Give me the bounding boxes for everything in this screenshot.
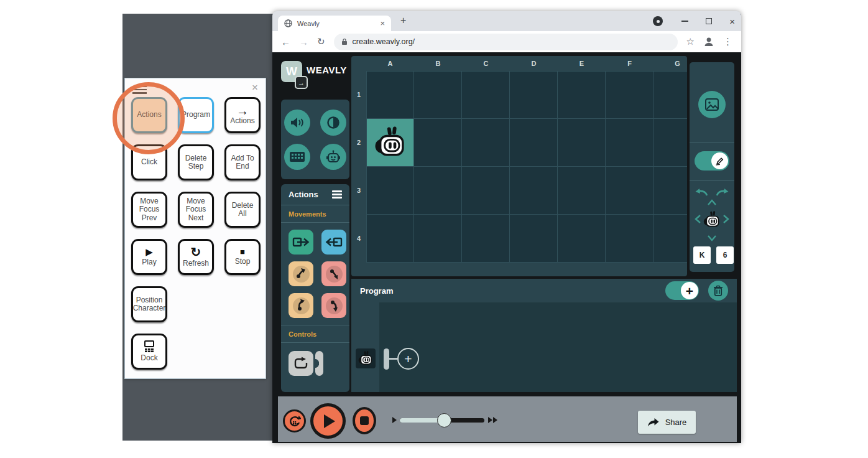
- add-node-toggle[interactable]: +: [665, 281, 699, 300]
- program-character-thumbnail[interactable]: [356, 348, 376, 368]
- grid-cell-C2[interactable]: [462, 119, 510, 167]
- chevron-left-icon[interactable]: [695, 214, 701, 224]
- window-close-button[interactable]: ×: [729, 17, 735, 26]
- undo-icon[interactable]: [694, 188, 708, 196]
- grid-cell-G2[interactable]: [653, 119, 687, 167]
- stop-button-panel[interactable]: ■ Stop: [224, 239, 261, 275]
- background-image-button[interactable]: [698, 91, 726, 118]
- turn-right-90-icon: [326, 298, 341, 313]
- panel-close-icon[interactable]: ×: [252, 82, 258, 93]
- new-tab-button[interactable]: +: [400, 15, 406, 26]
- share-button[interactable]: Share: [638, 411, 696, 434]
- refresh-button-panel[interactable]: ↻ Refresh: [178, 239, 214, 275]
- grid-cell-B1[interactable]: [414, 71, 462, 119]
- move-backward-block[interactable]: [321, 230, 346, 255]
- grid-cell-A1[interactable]: [366, 71, 414, 119]
- delete-mode-button[interactable]: [708, 281, 728, 301]
- replay-button[interactable]: [283, 409, 306, 432]
- turn-right-45-block[interactable]: [321, 261, 346, 286]
- grid-cell-G1[interactable]: [653, 71, 687, 119]
- grid-cell-G4[interactable]: [653, 215, 687, 263]
- browser-menu-icon[interactable]: ⋮: [723, 36, 732, 47]
- grid-cell-F3[interactable]: [606, 167, 653, 215]
- divider: [690, 180, 734, 181]
- theme-contrast-button[interactable]: [320, 110, 346, 136]
- grid-cell-E1[interactable]: [558, 71, 606, 119]
- dock-button[interactable]: Dock: [131, 334, 167, 370]
- profile-avatar-icon[interactable]: [703, 36, 714, 47]
- back-icon[interactable]: ←: [281, 37, 290, 47]
- panel-menu-icon[interactable]: [132, 84, 147, 95]
- browser-tab[interactable]: Weavly ×: [278, 16, 391, 31]
- actions-button[interactable]: Actions: [131, 97, 167, 133]
- move-forward-block[interactable]: [289, 230, 313, 255]
- grid-cell-A2[interactable]: [366, 119, 414, 167]
- speed-slider-thumb[interactable]: [437, 413, 451, 428]
- grid-cell-E2[interactable]: [558, 119, 606, 167]
- grid-cell-C3[interactable]: [462, 167, 510, 215]
- grid-cell-C1[interactable]: [462, 71, 510, 119]
- grid-cell-F4[interactable]: [606, 215, 653, 263]
- redo-icon[interactable]: [716, 188, 730, 196]
- click-button[interactable]: Click: [131, 144, 167, 180]
- chevron-right-icon[interactable]: [723, 214, 729, 224]
- move-focus-next-button[interactable]: Move Focus Next: [178, 192, 214, 228]
- url-omnibox[interactable]: create.weavly.org/: [334, 34, 678, 50]
- scene-grid: ABCDEFG 1234: [351, 56, 687, 276]
- window-minimize-button[interactable]: [681, 21, 688, 22]
- character-select-button[interactable]: [320, 144, 346, 170]
- grid-cell-D3[interactable]: [510, 167, 558, 215]
- character-robot[interactable]: [373, 125, 408, 160]
- grid-cell-D2[interactable]: [510, 119, 558, 167]
- program-button[interactable]: Program: [178, 97, 214, 133]
- grid-cell-A3[interactable]: [366, 167, 414, 215]
- key-button-6[interactable]: 6: [716, 246, 734, 264]
- draw-path-toggle[interactable]: [695, 151, 729, 171]
- stop-icon: [360, 416, 369, 425]
- play-button-panel[interactable]: ▶ Play: [131, 239, 167, 275]
- play-button[interactable]: [310, 403, 346, 439]
- extension-badge-icon[interactable]: [653, 16, 663, 26]
- tab-close-icon[interactable]: ×: [380, 19, 385, 27]
- turn-left-90-block[interactable]: [289, 293, 313, 318]
- actions-panel-menu-icon[interactable]: [332, 189, 342, 200]
- grid-cell-B2[interactable]: [414, 119, 462, 167]
- turn-right-90-block[interactable]: [321, 293, 346, 318]
- grid-column-label: E: [558, 58, 606, 69]
- chevron-up-icon[interactable]: [707, 199, 717, 205]
- speed-slow-icon: [392, 417, 397, 423]
- grid-cell-D1[interactable]: [510, 71, 558, 119]
- grid-cell-G3[interactable]: [653, 167, 687, 215]
- key-button-k[interactable]: K: [693, 246, 711, 264]
- stop-button[interactable]: [353, 407, 376, 434]
- grid-column-label: F: [606, 58, 653, 69]
- grid-cell-D4[interactable]: [510, 215, 558, 263]
- audio-feedback-button[interactable]: [284, 110, 310, 136]
- position-character-button[interactable]: Position Character: [131, 286, 167, 322]
- delete-all-button[interactable]: Delete All: [224, 192, 261, 228]
- grid-cells: [366, 71, 687, 263]
- grid-cell-B4[interactable]: [414, 215, 462, 263]
- playback-bar: Share: [278, 396, 737, 442]
- grid-cell-A4[interactable]: [366, 215, 414, 263]
- move-focus-prev-button[interactable]: Move Focus Prev: [131, 192, 167, 228]
- loop-block[interactable]: [289, 351, 313, 376]
- grid-cell-C4[interactable]: [462, 215, 510, 263]
- turn-left-45-block[interactable]: [289, 261, 313, 286]
- grid-cell-E4[interactable]: [558, 215, 606, 263]
- grid-cell-F2[interactable]: [606, 119, 653, 167]
- window-maximize-button[interactable]: [706, 18, 712, 24]
- forward-icon[interactable]: →: [299, 37, 308, 47]
- grid-cell-B3[interactable]: [414, 167, 462, 215]
- grid-cell-E3[interactable]: [558, 167, 606, 215]
- add-step-button[interactable]: +: [397, 348, 419, 370]
- grid-cell-F1[interactable]: [606, 71, 653, 119]
- bookmark-star-icon[interactable]: ☆: [686, 36, 695, 47]
- reload-icon[interactable]: ↻: [317, 36, 325, 47]
- go-to-actions-button[interactable]: → Actions: [224, 97, 261, 133]
- loop-end-block[interactable]: [315, 351, 323, 376]
- chevron-down-icon[interactable]: [707, 235, 717, 241]
- delete-step-button[interactable]: Delete Step: [178, 144, 214, 180]
- keyboard-shortcuts-button[interactable]: [284, 144, 310, 170]
- add-to-end-button[interactable]: Add To End: [224, 144, 261, 180]
